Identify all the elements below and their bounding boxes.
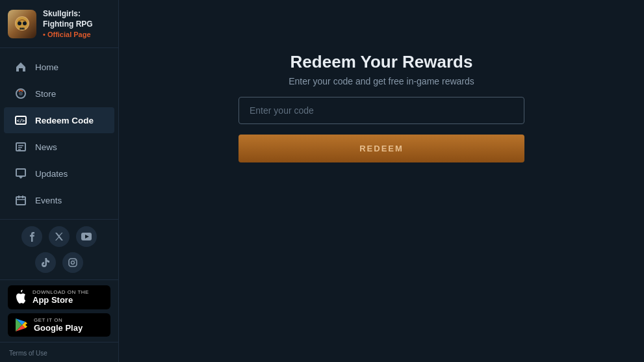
sidebar-item-home-label: Home xyxy=(35,62,58,72)
google-play-main-label: Google Play xyxy=(34,323,83,333)
social-row-2 xyxy=(35,252,83,273)
official-page-link[interactable]: Official Page xyxy=(43,31,110,38)
svg-text:</>: </> xyxy=(17,118,25,123)
twitter-button[interactable] xyxy=(49,226,70,247)
events-icon xyxy=(14,194,27,207)
social-row-1 xyxy=(21,226,97,247)
sidebar-item-store-label: Store xyxy=(35,89,56,99)
sidebar-item-redeem[interactable]: </> Redeem Code xyxy=(4,107,114,133)
redeem-subtitle: Enter your code and get free in-game rew… xyxy=(289,76,474,86)
download-section: Download on the App Store GET IT ON Goog… xyxy=(0,279,118,342)
footer-links: Terms of Use Privacy Policy xyxy=(0,342,118,362)
svg-point-9 xyxy=(19,92,23,96)
google-play-button[interactable]: GET IT ON Google Play xyxy=(8,313,110,337)
redeem-title: Redeem Your Rewards xyxy=(290,52,473,72)
privacy-policy-link[interactable]: Privacy Policy xyxy=(9,359,109,362)
nav-list: Home Store </> Redeem Code xyxy=(0,48,118,219)
svg-point-2 xyxy=(18,21,21,25)
svg-rect-7 xyxy=(23,27,25,29)
social-section xyxy=(0,219,118,279)
sidebar-item-events[interactable]: Events xyxy=(4,187,114,213)
main-content: Redeem Your Rewards Enter your code and … xyxy=(119,0,644,362)
svg-marker-17 xyxy=(18,176,23,179)
sidebar-item-home[interactable]: Home xyxy=(4,54,114,80)
sidebar-item-redeem-label: Redeem Code xyxy=(35,116,94,125)
svg-rect-6 xyxy=(21,27,23,29)
sidebar-item-updates-label: Updates xyxy=(35,169,68,179)
game-icon xyxy=(8,10,36,38)
svg-point-25 xyxy=(71,261,75,265)
svg-point-3 xyxy=(23,21,27,25)
apple-icon xyxy=(14,290,27,304)
redeem-icon: </> xyxy=(14,114,27,127)
redeem-container: Redeem Your Rewards Enter your code and … xyxy=(238,52,524,162)
store-icon xyxy=(14,87,27,100)
google-play-text: GET IT ON Google Play xyxy=(34,317,83,333)
terms-of-use-link[interactable]: Terms of Use xyxy=(9,348,109,359)
sidebar-item-news-label: News xyxy=(35,142,57,152)
sidebar-header: Skullgirls: Fighting RPG Official Page xyxy=(0,0,118,48)
app-store-button[interactable]: Download on the App Store xyxy=(8,285,110,309)
svg-rect-16 xyxy=(16,169,25,176)
google-play-sub-label: GET IT ON xyxy=(34,317,83,323)
news-icon xyxy=(14,140,27,153)
svg-rect-24 xyxy=(69,259,77,266)
svg-rect-5 xyxy=(20,27,21,29)
code-input[interactable] xyxy=(238,97,524,124)
svg-point-26 xyxy=(75,260,76,261)
game-title: Skullgirls: Fighting RPG xyxy=(43,9,110,29)
tiktok-button[interactable] xyxy=(35,252,56,273)
app-store-sub-label: Download on the xyxy=(32,289,89,295)
updates-icon xyxy=(14,167,27,180)
sidebar-item-store[interactable]: Store xyxy=(4,81,114,107)
redeem-button[interactable]: REDEEM xyxy=(238,135,524,162)
app-store-main-label: App Store xyxy=(32,295,89,305)
sidebar-item-updates[interactable]: Updates xyxy=(4,161,114,187)
google-play-icon xyxy=(14,318,29,332)
youtube-button[interactable] xyxy=(76,226,97,247)
sidebar-item-news[interactable]: News xyxy=(4,134,114,160)
game-info: Skullgirls: Fighting RPG Official Page xyxy=(43,9,110,38)
facebook-button[interactable] xyxy=(21,226,42,247)
sidebar: Skullgirls: Fighting RPG Official Page H… xyxy=(0,0,119,362)
home-icon xyxy=(14,60,27,73)
instagram-button[interactable] xyxy=(62,252,83,273)
sidebar-item-events-label: Events xyxy=(35,196,62,205)
app-store-text: Download on the App Store xyxy=(32,289,89,305)
svg-rect-18 xyxy=(16,197,25,205)
